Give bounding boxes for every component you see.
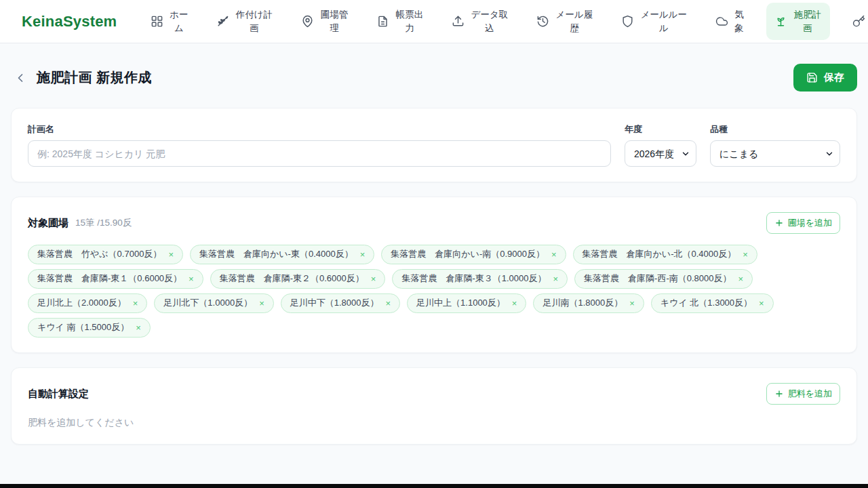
field-chip-list: 集落営農 竹やぶ（0.7000反）× 集落営農 倉庫向かい-東（0.4000反）…: [28, 245, 840, 338]
field-chip-label: 集落営農 倉庫向かい-東（0.4000反）: [199, 248, 353, 260]
cloud-icon: [715, 15, 728, 28]
nav-label: 施肥計画: [793, 8, 822, 35]
remove-field-button[interactable]: ×: [629, 299, 635, 308]
target-fields-title: 対象圃場: [28, 217, 68, 230]
upload-icon: [452, 15, 465, 28]
remove-field-button[interactable]: ×: [759, 299, 764, 308]
variety-label: 品種: [710, 123, 840, 136]
target-fields-card: 対象圃場 15筆 /15.90反 圃場を追加 集落営農 竹やぶ（0.7000反）…: [11, 197, 857, 353]
year-select[interactable]: 2026年度: [625, 140, 696, 167]
plus-icon: [774, 389, 784, 399]
nav-label: メールルール: [639, 8, 688, 35]
key-icon: [852, 15, 865, 28]
map-pin-icon: [301, 15, 314, 28]
field-chip-label: 集落営農 倉庫隣-東１（0.6000反）: [37, 272, 182, 285]
field-chip-label: 集落営農 倉庫向かい-北（0.4000反）: [583, 248, 736, 260]
nav-item-home[interactable]: ホーム: [145, 4, 194, 39]
field-chip-label: 集落営農 倉庫向かい-南（0.9000反）: [391, 248, 545, 260]
nav-item-fertilizer-plan[interactable]: 施肥計画: [766, 3, 830, 40]
remove-field-button[interactable]: ×: [259, 299, 264, 308]
field-chip: 足川北上（2.0000反）×: [28, 293, 147, 313]
nav-label: データ取込: [470, 8, 509, 35]
field-chip-label: 集落営農 倉庫隣-東３（1.0000反）: [401, 272, 546, 285]
variety-select[interactable]: にこまる: [710, 140, 840, 167]
shield-icon: [621, 15, 634, 28]
sprout-icon: [774, 15, 787, 28]
remove-field-button[interactable]: ×: [189, 274, 194, 283]
nav-label: 圃場管理: [319, 8, 349, 35]
auto-calc-empty-message: 肥料を追加してください: [28, 417, 840, 429]
nav-item-planting-plan[interactable]: 作付け計画: [211, 4, 279, 39]
wheat-icon: [216, 15, 229, 28]
field-chip: 集落営農 倉庫向かい-東（0.4000反）×: [190, 245, 374, 264]
back-button[interactable]: [11, 68, 30, 87]
main-content: 施肥計画 新規作成 保存 計画名 年度 2026年度: [0, 64, 868, 445]
field-chip-label: 足川北下（1.0000反）: [163, 297, 252, 309]
remove-field-button[interactable]: ×: [551, 250, 557, 259]
field-chip-label: 集落営農 竹やぶ（0.7000反）: [37, 248, 161, 260]
nav-item-weather[interactable]: 気象: [710, 4, 749, 39]
field-chip-label: キウイ 南（1.5000反）: [37, 321, 129, 333]
document-icon: [376, 15, 389, 28]
year-label: 年度: [625, 123, 696, 136]
nav-item-data-import[interactable]: データ取込: [446, 4, 514, 39]
remove-field-button[interactable]: ×: [553, 274, 558, 283]
history-icon: [536, 15, 549, 28]
nav-item-mail-history[interactable]: メール履歴: [531, 4, 599, 39]
nav-label: 気象: [734, 8, 744, 35]
add-fertilizer-button-label: 肥料を追加: [788, 388, 832, 400]
add-fertilizer-button[interactable]: 肥料を追加: [766, 383, 840, 405]
field-chip-label: 集落営農 倉庫隣-東２（0.6000反）: [220, 272, 364, 285]
remove-field-button[interactable]: ×: [371, 274, 376, 283]
page-header: 施肥計画 新規作成 保存: [11, 64, 857, 92]
remove-field-button[interactable]: ×: [512, 299, 517, 308]
field-chip: 集落営農 竹やぶ（0.7000反）×: [28, 245, 183, 264]
remove-field-button[interactable]: ×: [743, 250, 748, 259]
save-icon: [806, 72, 818, 83]
plan-form-card: 計画名 年度 2026年度 品種 にこまる: [11, 108, 857, 182]
field-chip: 集落営農 倉庫向かい-北（0.4000反）×: [573, 245, 757, 264]
chevron-left-icon: [14, 71, 27, 85]
top-nav-bar: KeinaSystem ホーム 作付け計画 圃場管理 帳票出力: [0, 0, 868, 43]
add-field-button-label: 圃場を追加: [788, 217, 832, 229]
remove-field-button[interactable]: ×: [136, 323, 141, 332]
remove-field-button[interactable]: ×: [133, 299, 138, 308]
field-chip-label: 足川南（1.8000反）: [542, 297, 623, 309]
field-chip-label: 集落営農 倉庫隣-西-南（0.8000反）: [584, 272, 731, 285]
plan-name-input[interactable]: [28, 140, 611, 167]
remove-field-button[interactable]: ×: [738, 274, 743, 283]
field-chip: 足川中上（1.1000反）×: [407, 293, 526, 313]
remove-field-button[interactable]: ×: [385, 299, 391, 308]
save-button[interactable]: 保存: [793, 64, 857, 92]
add-field-button[interactable]: 圃場を追加: [766, 212, 840, 234]
plan-name-label: 計画名: [28, 123, 611, 136]
remove-field-button[interactable]: ×: [168, 250, 174, 259]
field-chip: キウイ 北（1.3000反）×: [651, 293, 774, 313]
field-chip: 集落営農 倉庫向かい-南（0.9000反）×: [381, 245, 566, 264]
nav-label: 帳票出力: [395, 8, 424, 35]
nav-label: ホーム: [169, 8, 189, 35]
field-chip: 集落営農 倉庫隣-西-南（0.8000反）×: [574, 269, 753, 289]
page-title: 施肥計画 新規作成: [37, 68, 152, 87]
grid-icon: [151, 15, 163, 28]
nav-item-api-key[interactable]: [847, 11, 868, 32]
nav-label: 作付け計画: [235, 8, 273, 35]
field-chip: 集落営農 倉庫隣-東１（0.6000反）×: [28, 269, 203, 289]
nav-item-mail-rules[interactable]: メールルール: [616, 4, 693, 39]
auto-calc-title: 自動計算設定: [28, 388, 89, 401]
field-chip: キウイ 南（1.5000反）×: [28, 318, 151, 338]
nav-item-report-output[interactable]: 帳票出力: [371, 4, 429, 39]
target-fields-summary: 15筆 /15.90反: [75, 217, 132, 229]
field-chip-label: 足川北上（2.0000反）: [37, 297, 126, 309]
field-chip: 集落営農 倉庫隣-東３（1.0000反）×: [392, 269, 568, 289]
field-chip-label: 足川中上（1.1000反）: [416, 297, 505, 309]
plus-icon: [774, 218, 784, 228]
nav-label: メール履歴: [555, 8, 593, 35]
nav-item-field-management[interactable]: 圃場管理: [296, 4, 354, 39]
remove-field-button[interactable]: ×: [360, 250, 366, 259]
bottom-edge-bar: [0, 484, 868, 488]
brand-logo: KeinaSystem: [22, 13, 117, 30]
main-nav: ホーム 作付け計画 圃場管理 帳票出力 データ取込: [145, 3, 868, 40]
auto-calc-card: 自動計算設定 肥料を追加 肥料を追加してください: [11, 367, 857, 445]
field-chip: 足川中下（1.8000反）×: [281, 293, 400, 313]
